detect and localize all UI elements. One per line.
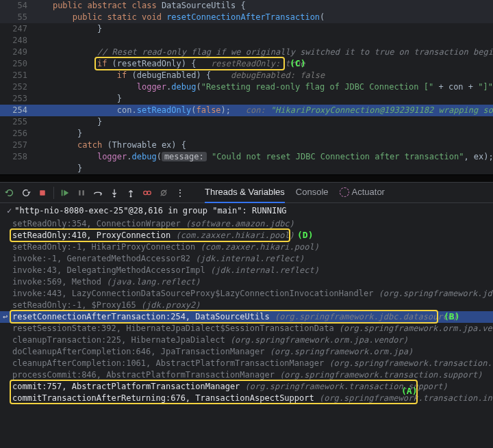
line-number: 54 [0,0,33,12]
debug-toolbar: ⋮ Threads & Variables Console Actuator [0,183,493,203]
stack-frame[interactable]: setReadOnly:-1, HikariProxyConnection (c… [12,241,493,253]
svg-point-4 [114,195,116,197]
svg-rect-1 [62,189,63,196]
step-out-icon[interactable] [125,187,136,198]
resume-icon[interactable] [60,187,71,198]
rerun-icon[interactable] [4,187,15,198]
more-icon[interactable]: ⋮ [175,187,186,198]
refresh-icon[interactable] [21,187,31,198]
code-text: logger.debug("Resetting read-only flag o… [33,81,493,93]
tab-actuator[interactable]: Actuator [340,183,385,203]
view-breakpoints-icon[interactable] [142,187,153,198]
line-number: 252 [0,81,33,93]
line-number: 253 [0,93,33,105]
panel-divider[interactable] [0,174,493,183]
stack-frames: setReadOnly:354, ConnectionWrapper (soft… [0,218,493,404]
svg-point-7 [147,191,151,194]
code-text: public abstract class DataSourceUtils { [33,0,493,12]
svg-rect-2 [79,190,80,196]
line-number: 257 [0,140,33,151]
code-text: if (debugEnabled) { debugEnabled: false [33,70,493,81]
annotation-label-d: (D) [297,230,313,240]
stack-frame[interactable]: invoke:569, Method (java.lang.reflect) [12,276,493,288]
stack-frame[interactable]: setReadOnly:410, ProxyConnection (com.za… [12,230,493,241]
svg-rect-3 [83,190,84,196]
line-number: 251 [0,70,33,81]
code-text: // Reset read-only flag if we originally… [33,47,493,58]
code-text: if (resetReadOnly) { resetReadOnly: true [33,58,493,70]
line-number: 255 [0,116,33,128]
return-icon: ↩ [3,311,12,323]
code-text: } [33,163,493,174]
code-text: } [33,116,493,128]
stack-frame[interactable]: invoke:443, LazyConnectionDataSourceProx… [12,288,493,300]
tab-console[interactable]: Console [296,183,329,203]
code-text: } [33,128,493,140]
debug-panel: ⋮ Threads & Variables Console Actuator ✓… [0,183,493,404]
annotation-label-c: (C) [290,58,305,68]
step-into-icon[interactable] [109,187,120,198]
code-text: catch (Throwable ex) { [33,140,493,151]
thread-header[interactable]: ✓"http-nio-8080-exec-25"@28,616 in group… [0,203,493,218]
stack-frame[interactable]: doCleanupAfterCompletion:646, JpaTransac… [12,346,493,358]
tab-threads-variables[interactable]: Threads & Variables [205,183,285,203]
stack-frame[interactable]: setReadOnly:354, ConnectionWrapper (soft… [12,218,493,230]
annotation-label-b: (B) [444,311,459,321]
stack-frame[interactable]: commit:757, AbstractPlatformTransactionM… [12,381,493,393]
stack-frame[interactable]: cleanupTransaction:225, HibernateJpaDial… [12,334,493,346]
line-number: 258 [0,151,33,163]
line-number: 248 [0,35,33,47]
stack-frame[interactable]: ↩resetConnectionAfterTransaction:254, Da… [0,311,493,323]
code-text: } [33,23,493,35]
line-number [0,163,33,174]
step-over-icon[interactable] [92,187,103,198]
code-text: con.setReadOnly(false); con: "HikariProx… [33,105,493,116]
code-text: logger.debug(message: "Could not reset J… [33,151,493,163]
pause-icon[interactable] [76,187,87,198]
stop-icon[interactable] [37,187,48,198]
stack-frame[interactable]: setReadOnly:-1, $Proxy165 (jdk.proxy2) [12,300,493,311]
annotation-label-a: (A) [401,386,417,396]
check-icon: ✓ [7,206,12,215]
line-number: 250 [0,58,33,70]
mute-breakpoints-icon[interactable] [158,187,169,198]
line-number: 254 [0,105,33,116]
stack-frame[interactable]: invoke:43, DelegatingMethodAccessorImpl … [12,265,493,276]
code-editor[interactable]: 54 public abstract class DataSourceUtils… [0,0,493,174]
stack-frame[interactable]: invoke:-1, GeneratedMethodAccessor82 (jd… [12,253,493,265]
stack-frame[interactable]: cleanupAfterCompletion:1061, AbstractPla… [12,358,493,369]
svg-rect-0 [40,190,45,196]
line-number: 247 [0,23,33,35]
code-text [33,35,493,47]
toolbar-separator [53,187,54,199]
line-number: 55 [0,12,33,23]
stack-frame[interactable]: commitTransactionAfterReturning:676, Tra… [12,393,493,404]
svg-point-6 [144,191,147,194]
stack-frame[interactable]: processCommit:846, AbstractPlatformTrans… [12,369,493,381]
code-text: public static void resetConnectionAfterT… [33,12,493,23]
code-text: } [33,93,493,105]
actuator-icon [340,187,349,197]
line-number: 249 [0,47,33,58]
debug-tabs: Threads & Variables Console Actuator [205,183,385,203]
stack-frame[interactable]: resetSessionState:392, HibernateJpaDiale… [12,323,493,334]
svg-point-5 [130,195,132,197]
line-number: 256 [0,128,33,140]
